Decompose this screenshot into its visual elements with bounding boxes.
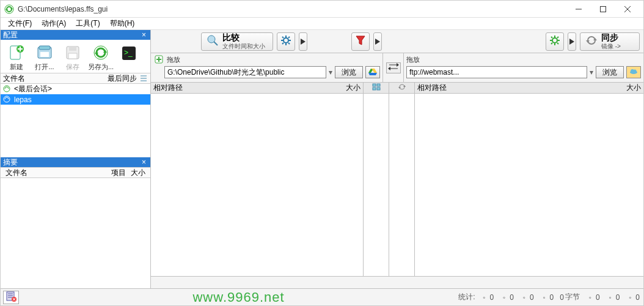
- svg-point-41: [552, 38, 557, 43]
- list-right-body[interactable]: [415, 94, 643, 276]
- add-pair-button[interactable]: [153, 54, 164, 65]
- saveas-recycle-button[interactable]: 另存为...: [87, 42, 114, 73]
- left-panel: 配置 × 新建 打开... 保存 另存为... >_: [1, 30, 151, 288]
- action-header[interactable]: [389, 83, 414, 94]
- category-header[interactable]: [364, 83, 389, 94]
- bytes-label: 字节: [565, 292, 580, 302]
- new-label: 新建: [10, 62, 23, 72]
- swap-icon: [388, 62, 399, 73]
- config-close-button[interactable]: ×: [140, 31, 148, 39]
- col-filename[interactable]: 文件名: [3, 73, 108, 84]
- menu-help[interactable]: 帮助(H): [105, 17, 140, 30]
- overview-body[interactable]: [1, 178, 150, 288]
- minimize-button[interactable]: [566, 1, 591, 17]
- sync-settings-button[interactable]: [546, 32, 564, 51]
- menu-tools[interactable]: 工具(T): [71, 17, 104, 30]
- chevron-down-icon[interactable]: ▾: [590, 68, 593, 76]
- overview-panel-header: 摘要 ×: [1, 157, 150, 167]
- filter-button[interactable]: [351, 32, 370, 51]
- list-view-icon[interactable]: [139, 74, 148, 83]
- ov-col-items[interactable]: 项目: [109, 168, 128, 178]
- list-left-body[interactable]: [151, 94, 363, 276]
- chevron-down-icon[interactable]: ▾: [329, 68, 332, 76]
- svg-line-37: [282, 43, 284, 44]
- svg-text:>_: >_: [124, 48, 133, 57]
- col-size[interactable]: 大小: [346, 83, 360, 93]
- log-button[interactable]: [3, 291, 19, 304]
- save-button[interactable]: 保存: [59, 42, 86, 73]
- file-list-body[interactable]: [1, 105, 150, 157]
- gear-green-icon: [549, 35, 560, 48]
- svg-point-29: [284, 38, 288, 43]
- filter-dropdown-button[interactable]: [373, 32, 382, 51]
- menu-bar: 文件(F) 动作(A) 工具(T) 帮助(H): [1, 18, 643, 30]
- compare-button[interactable]: 比较 文件时间和大小: [201, 32, 273, 51]
- svg-line-28: [214, 42, 218, 45]
- category-body[interactable]: [364, 94, 389, 276]
- svg-line-47: [557, 43, 558, 44]
- right-cloud-button[interactable]: [626, 66, 641, 78]
- watermark-text: www.9969.net: [23, 289, 455, 305]
- maximize-button[interactable]: [591, 1, 615, 17]
- right-browse-button[interactable]: 浏览: [596, 66, 624, 78]
- drag-label-right: 拖放: [406, 55, 420, 64]
- svg-marker-50: [569, 39, 574, 45]
- svg-rect-13: [40, 52, 49, 57]
- swap-button[interactable]: [386, 62, 401, 73]
- compare-subtitle: 文件时间和大小: [222, 43, 265, 50]
- left-browse-button[interactable]: 浏览: [335, 66, 363, 78]
- ov-col-size[interactable]: 大小: [128, 168, 148, 178]
- left-path-input[interactable]: [164, 66, 326, 78]
- svg-point-65: [634, 70, 637, 73]
- recycle-icon: [3, 95, 12, 104]
- action-body[interactable]: [389, 94, 414, 276]
- update-right-icon: ◦: [606, 293, 615, 302]
- new-icon: [8, 44, 25, 61]
- delete-left-icon: ◦: [520, 293, 529, 302]
- app-icon: [4, 4, 14, 14]
- col-relpath-r[interactable]: 相对路径: [417, 83, 626, 93]
- col-lastsync[interactable]: 最后同步: [108, 73, 137, 84]
- col-relpath[interactable]: 相对路径: [153, 83, 346, 93]
- svg-line-34: [282, 37, 284, 38]
- saveas-batch-button[interactable]: >_: [115, 42, 142, 73]
- svg-marker-62: [388, 67, 390, 70]
- config-panel-title: 配置: [3, 30, 18, 40]
- svg-rect-69: [377, 88, 380, 90]
- batch-icon: >_: [120, 45, 137, 62]
- stats-area: 统计: ◦0 ◦0 ◦0 ◦0 0字节 ◦0 ◦0 ◦0: [458, 292, 641, 302]
- save-icon: [64, 44, 81, 61]
- compare-settings-button[interactable]: [277, 32, 295, 51]
- left-cloud-button[interactable]: [365, 66, 380, 78]
- svg-line-49: [551, 43, 552, 44]
- close-button[interactable]: [615, 1, 640, 17]
- sync-settings-dropdown-button[interactable]: [568, 32, 576, 51]
- sync-button[interactable]: 同步 镜像 ->: [580, 32, 640, 51]
- ov-col-name[interactable]: 文件名: [3, 168, 109, 178]
- recycle-icon: [92, 44, 109, 61]
- svg-rect-66: [373, 84, 376, 86]
- file-row-lepas[interactable]: lepas: [1, 94, 150, 105]
- compare-dropdown-button[interactable]: [299, 32, 307, 51]
- new-button[interactable]: 新建: [3, 42, 30, 73]
- path-row: 拖放 ▾ 浏览 拖放: [151, 53, 643, 83]
- move-left-icon: ◦: [540, 293, 549, 302]
- right-area: 比较 文件时间和大小 同步 镜像 ->: [151, 30, 643, 288]
- info-bar: [151, 276, 643, 288]
- svg-rect-12: [39, 46, 50, 50]
- magnifier-icon: [207, 34, 219, 48]
- overview-close-button[interactable]: ×: [140, 158, 148, 166]
- right-path-input[interactable]: [406, 66, 587, 78]
- svg-rect-67: [377, 84, 380, 86]
- open-button[interactable]: 打开...: [31, 42, 58, 73]
- menu-file[interactable]: 文件(F): [3, 17, 37, 30]
- file-row-last-session[interactable]: <最后会话>: [1, 84, 150, 94]
- list-action: [389, 83, 415, 276]
- gear-icon: [280, 35, 291, 48]
- list-left: 相对路径 大小: [151, 83, 364, 276]
- col-size-r[interactable]: 大小: [626, 83, 641, 93]
- menu-actions[interactable]: 动作(A): [37, 17, 71, 30]
- svg-rect-16: [68, 53, 77, 59]
- sync-small-icon: [398, 83, 406, 92]
- svg-marker-39: [356, 36, 365, 45]
